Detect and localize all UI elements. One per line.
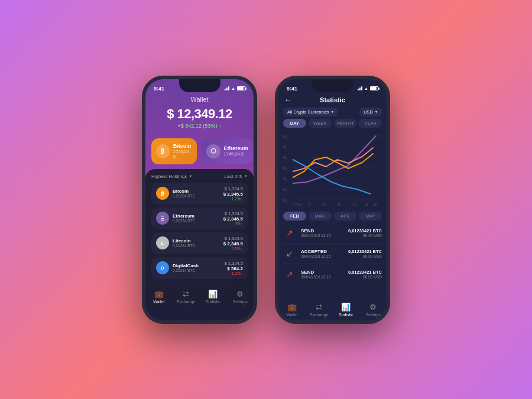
btc-row-val: $ 2,345.5 xyxy=(223,192,243,197)
wallet-header: Wallet $ 12,349.12 +$ 342.12 (53%) ↑ xyxy=(145,93,254,134)
svg-text:2k: 2k xyxy=(283,187,287,191)
transaction-list: ↗ SEND 09/04/2018 12:15 0,01233421 BTC 8… xyxy=(278,223,387,300)
svg-text:25: 25 xyxy=(365,202,368,206)
list-item[interactable]: ↙ ACCEPTED 09/04/2018 12:15 0,01233421 B… xyxy=(283,244,382,264)
sn-settings[interactable]: ⚙ Settings xyxy=(359,303,387,317)
tx-usd-1: 80,00 USD xyxy=(348,233,382,238)
wallet-amount: $ 12,349.12 xyxy=(145,106,254,122)
tx-usd-3: 80,00 USD xyxy=(348,275,382,279)
tab-mar[interactable]: MAR xyxy=(309,212,332,220)
tx-date-2: 09/04/2018 12:15 xyxy=(301,254,343,258)
ltc-row-name: Litecoin xyxy=(173,238,220,244)
holdings-section: Highest Holdings Last 24h ₿ Bitcoin 0,21… xyxy=(145,169,254,287)
btc-card[interactable]: ₿ Bitcoin 1745,24 $ xyxy=(151,138,197,164)
svg-text:5: 5 xyxy=(309,202,310,206)
sn-wallet[interactable]: 💼 Wallet xyxy=(278,303,306,317)
btc-icon: ₿ xyxy=(156,144,170,158)
eth-row-sub: 0,21234 BTC xyxy=(173,219,220,223)
sn-exchange[interactable]: ⇄ Exchange xyxy=(306,303,333,317)
nav-wallet[interactable]: 💼 Wallet xyxy=(145,290,173,304)
settings-nav-icon: ⚙ xyxy=(236,290,244,299)
svg-text:6k: 6k xyxy=(283,144,287,148)
accepted-icon: ↙ xyxy=(283,247,296,260)
wallet-title: Wallet xyxy=(145,96,254,103)
tx-usd-2: 80,00 USD xyxy=(348,254,382,258)
sn-statistic-label: Statistic xyxy=(339,313,353,317)
dash-row-info: DigitalCash 0,21234 BTC xyxy=(173,263,221,273)
svg-text:1 Feb: 1 Feb xyxy=(293,202,301,206)
table-row[interactable]: D DigitalCash 0,21234 BTC $ 1,324.5 $ 56… xyxy=(151,257,248,279)
sn-settings-icon: ⚙ xyxy=(369,303,377,312)
table-row[interactable]: Ξ Ethereum 0,21234 BTC $ 1,324.5 $ 2,345… xyxy=(151,207,248,229)
table-row[interactable]: Ł Litecoin 0,21234 BTC $ 1,324.5 $ 2,345… xyxy=(151,232,248,254)
eth-row-info: Ethereum 0,21234 BTC xyxy=(173,213,220,223)
svg-text:3k: 3k xyxy=(283,176,287,180)
tab-year[interactable]: YEAR xyxy=(359,119,382,128)
tab-feb[interactable]: FEB xyxy=(283,212,306,220)
btc-row-sub: 0,21234 BTC xyxy=(173,194,220,198)
btc-info: Bitcoin 1745,24 $ xyxy=(173,143,192,160)
table-row[interactable]: ₿ Bitcoin 0,21234 BTC $ 1,324.5 $ 2,345.… xyxy=(151,183,248,205)
tx-date-1: 09/04/2018 12:15 xyxy=(301,233,343,238)
tx-date-3: 09/04/2018 12:15 xyxy=(301,275,343,279)
statistic-nav-icon: 📊 xyxy=(208,290,218,299)
nav-exchange[interactable]: ⇄ Exchange xyxy=(173,290,200,304)
svg-text:15: 15 xyxy=(337,202,340,206)
nav-settings[interactable]: ⚙ Settings xyxy=(226,290,254,304)
send-icon-2: ↗ xyxy=(283,268,296,281)
eth-card[interactable]: ⬡ Ethereum 1745,24 $ xyxy=(202,138,254,164)
btc-row-name: Bitcoin xyxy=(173,189,220,194)
svg-text:5k: 5k xyxy=(283,155,287,159)
nav-settings-label: Settings xyxy=(232,300,247,304)
nav-statistic[interactable]: 📊 Statistic xyxy=(200,290,227,304)
tab-apr[interactable]: APR xyxy=(334,212,357,220)
chart-svg: 7k 6k 5k 4k 3k 2k 1k 1 Feb 5 10 15 20 25… xyxy=(282,130,383,207)
crypto-filter[interactable]: All Crypto Currencies xyxy=(283,108,338,116)
statistic-phone: 9:41 ▲ ← Statistic All Crypto Currencies… xyxy=(275,76,390,324)
ltc-row-info: Litecoin 0,21234 BTC xyxy=(173,238,220,248)
eth-icon: ⬡ xyxy=(206,144,220,158)
stat-title: Statistic xyxy=(295,96,370,103)
sn-statistic[interactable]: 📊 Statistic xyxy=(333,303,360,317)
wallet-nav-icon: 💼 xyxy=(154,290,164,299)
wifi-icon: ▲ xyxy=(231,86,235,90)
btc-row-info: Bitcoin 0,21234 BTC xyxy=(173,189,220,198)
wallet-screen: 9:41 ▲ Wallet $ 12,349.12 +$ 342.12 (53%… xyxy=(145,79,254,320)
stat-status-time: 9:41 xyxy=(287,86,297,92)
svg-text:30: 30 xyxy=(373,202,377,206)
tab-week[interactable]: WEEK xyxy=(309,119,332,128)
tx-info-1: SEND 09/04/2018 12:15 xyxy=(301,228,343,238)
dash-row-sub: 0,21234 BTC xyxy=(173,268,221,273)
eth-info: Ethereum 1745,24 $ xyxy=(224,145,249,157)
tab-may[interactable]: MAY xyxy=(359,212,382,220)
ltc-row-change: 0.5%↓ xyxy=(223,246,243,251)
holdings-label[interactable]: Highest Holdings xyxy=(151,174,192,179)
stat-bottom-nav: 💼 Wallet ⇄ Exchange 📊 Statistic ⚙ Settin… xyxy=(278,300,387,320)
month-tabs: FEB MAR APR MAY xyxy=(278,209,387,223)
list-item[interactable]: ↗ SEND 09/04/2018 12:15 0,01233421 BTC 8… xyxy=(283,223,382,244)
eth-row-name: Ethereum xyxy=(173,213,220,219)
btc-row-icon: ₿ xyxy=(156,187,169,200)
btc-row-usd: $ 1,324.5 xyxy=(223,186,243,192)
btc-row-change: 1.2%↑ xyxy=(223,197,243,201)
stat-header: ← Statistic xyxy=(278,93,387,108)
sn-statistic-icon: 📊 xyxy=(341,303,351,312)
sn-exchange-label: Exchange xyxy=(310,313,328,317)
exchange-nav-icon: ⇄ xyxy=(183,290,189,299)
status-time: 9:41 xyxy=(154,86,164,92)
ltc-row-icon: Ł xyxy=(156,236,169,249)
tx-info-3: SEND 09/04/2018 12:15 xyxy=(301,270,343,279)
wallet-phone: 9:41 ▲ Wallet $ 12,349.12 +$ 342.12 (53%… xyxy=(142,76,257,324)
tab-day[interactable]: DAY xyxy=(283,119,306,128)
stat-signal-icon xyxy=(358,86,362,90)
list-item[interactable]: ↗ SEND 09/04/2018 12:15 0,01233421 BTC 8… xyxy=(283,264,382,284)
tx-amount-1: 0,01233421 BTC 80,00 USD xyxy=(348,228,382,238)
dash-row-val: $ 564.2 xyxy=(225,266,243,271)
last-label[interactable]: Last 24h xyxy=(224,174,248,179)
currency-filter[interactable]: USD xyxy=(359,108,382,116)
tab-month[interactable]: MONTH xyxy=(334,119,357,128)
sn-wallet-label: Wallet xyxy=(286,313,297,317)
btc-name: Bitcoin xyxy=(173,143,192,149)
sn-wallet-icon: 💼 xyxy=(287,303,297,312)
back-button[interactable]: ← xyxy=(284,96,291,104)
